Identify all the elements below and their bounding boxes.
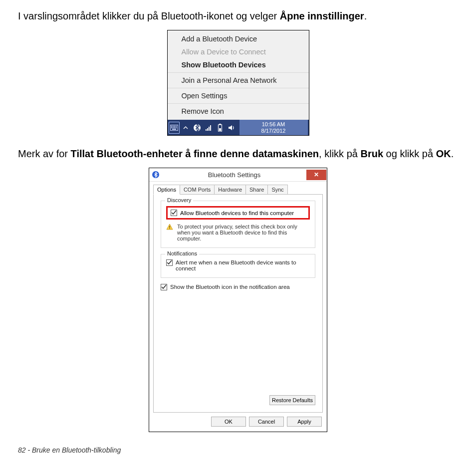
tab-bar: Options COM Ports Hardware Share Sync <box>153 185 323 194</box>
menu-item-remove-icon[interactable]: Remove Icon <box>168 105 309 118</box>
svg-rect-1 <box>171 126 172 127</box>
volume-icon[interactable] <box>226 122 237 134</box>
notifications-fieldset: Notifications Alert me when a new Blueto… <box>161 254 315 278</box>
svg-rect-3 <box>174 126 175 127</box>
tab-hardware[interactable]: Hardware <box>214 185 246 194</box>
alert-checkbox[interactable] <box>166 259 173 266</box>
restore-defaults-button[interactable]: Restore Defaults <box>269 395 315 405</box>
keyboard-icon[interactable] <box>169 122 180 134</box>
p2-bold2: Bruk <box>360 148 383 159</box>
allow-discovery-checkbox[interactable] <box>171 210 177 216</box>
context-menu-list: Add a Bluetooth Device Allow a Device to… <box>168 30 309 120</box>
svg-rect-6 <box>173 127 174 128</box>
menu-item-join-pan[interactable]: Join a Personal Area Network <box>168 74 309 87</box>
alert-label: Alert me when a new Bluetooth device wan… <box>176 259 310 271</box>
svg-rect-4 <box>176 126 177 127</box>
notifications-legend: Notifications <box>165 250 199 256</box>
p2-seg3: og klikk på <box>383 148 436 159</box>
menu-separator <box>168 103 309 104</box>
network-signal-icon[interactable] <box>203 122 214 134</box>
apply-button[interactable]: Apply <box>287 417 322 427</box>
discovery-info: To protect your privacy, select this che… <box>166 224 310 241</box>
discovery-fieldset: Discovery Allow Bluetooth devices to fin… <box>161 201 315 248</box>
tab-options[interactable]: Options <box>153 185 180 195</box>
svg-rect-5 <box>171 127 172 128</box>
bluetooth-icon <box>149 171 162 178</box>
bluetooth-icon[interactable] <box>192 122 203 134</box>
p2-seg1: Merk av for <box>18 148 71 159</box>
dialog-title: Bluetooth Settings <box>162 171 306 179</box>
tab-sync[interactable]: Sync <box>267 185 287 194</box>
clock-date: 8/17/2012 <box>261 128 286 134</box>
menu-item-open-settings[interactable]: Open Settings <box>168 89 309 102</box>
svg-rect-19 <box>169 226 170 228</box>
p2-seg2: , klikk på <box>319 148 360 159</box>
show-icon-checkbox[interactable] <box>161 284 167 290</box>
tab-share[interactable]: Share <box>245 185 268 194</box>
tab-com-ports[interactable]: COM Ports <box>180 185 215 194</box>
p2-seg4: . <box>451 148 454 159</box>
clock-panel[interactable]: 10:56 AM 8/17/2012 <box>239 120 308 135</box>
discovery-legend: Discovery <box>165 197 193 203</box>
system-tray: 10:56 AM 8/17/2012 <box>168 120 309 135</box>
svg-rect-17 <box>219 128 221 131</box>
battery-icon[interactable] <box>215 122 226 134</box>
instruction-paragraph-2: Merk av for Tillat Bluetooth-enheter å f… <box>18 147 458 161</box>
options-panel: Discovery Allow Bluetooth devices to fin… <box>153 194 323 413</box>
notification-context-menu: Add a Bluetooth Device Allow a Device to… <box>167 30 309 136</box>
p2-bold3: OK <box>436 148 451 159</box>
instruction-paragraph-1: I varslingsområdet klikker du på Bluetoo… <box>18 9 458 23</box>
p1-prefix: I varslingsområdet klikker du på Bluetoo… <box>18 10 280 21</box>
menu-separator <box>168 88 309 88</box>
svg-rect-2 <box>173 126 174 127</box>
svg-rect-11 <box>206 129 207 131</box>
svg-rect-20 <box>169 228 170 229</box>
page-footer: 82 - Bruke en Bluetooth-tilkobling <box>18 446 458 454</box>
p2-bold1: Tillat Bluetooth-enheter å finne denne d… <box>71 148 319 159</box>
dialog-titlebar: Bluetooth Settings ✕ <box>149 168 327 182</box>
svg-rect-12 <box>207 128 208 131</box>
bluetooth-settings-dialog: Bluetooth Settings ✕ Options COM Ports H… <box>149 168 327 432</box>
show-icon-row: Show the Bluetooth icon in the notificat… <box>161 284 315 290</box>
close-button[interactable]: ✕ <box>306 170 326 180</box>
allow-discovery-label: Allow Bluetooth devices to find this com… <box>180 210 294 216</box>
dialog-button-row: OK Cancel Apply <box>153 413 323 428</box>
clock-time: 10:56 AM <box>262 121 285 128</box>
svg-rect-13 <box>209 127 210 131</box>
tray-chevron-icon[interactable] <box>180 122 191 134</box>
show-icon-label: Show the Bluetooth icon in the notificat… <box>170 284 290 290</box>
svg-rect-9 <box>172 129 176 130</box>
cancel-button[interactable]: Cancel <box>249 417 284 427</box>
menu-item-allow-connect: Allow a Device to Connect <box>168 45 309 58</box>
svg-rect-8 <box>176 127 177 128</box>
p1-bold: Åpne innstillinger <box>280 10 364 21</box>
discovery-highlight: Allow Bluetooth devices to find this com… <box>166 206 310 220</box>
ok-button[interactable]: OK <box>211 417 246 427</box>
menu-separator <box>168 72 309 73</box>
discovery-info-text: To protect your privacy, select this che… <box>177 224 310 241</box>
svg-rect-14 <box>210 125 211 131</box>
svg-rect-7 <box>174 127 175 128</box>
p1-suffix: . <box>364 10 367 21</box>
menu-item-show-devices[interactable]: Show Bluetooth Devices <box>168 58 309 71</box>
warning-icon <box>166 224 173 231</box>
menu-item-add-device[interactable]: Add a Bluetooth Device <box>168 32 309 45</box>
